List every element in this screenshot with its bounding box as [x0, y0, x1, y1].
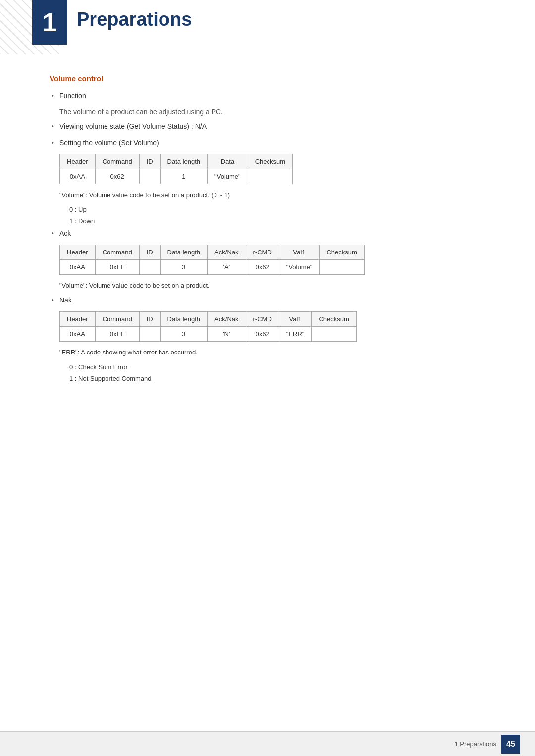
col-header-header: Header — [60, 154, 96, 169]
err-0: 0 : Check Sum Error — [69, 362, 485, 372]
cell-command: 0x62 — [95, 169, 139, 184]
ack-col-checksum: Checksum — [320, 245, 364, 259]
cell-data: "Volume" — [208, 169, 248, 184]
page-footer: 1 Preparations 45 — [0, 731, 535, 756]
footer-page-number: 45 — [501, 735, 520, 754]
ack-cell-command: 0xFF — [95, 259, 139, 274]
nak-col-id: ID — [139, 312, 160, 327]
bullet-function: Function — [50, 91, 485, 101]
ack-cell-header: 0xAA — [60, 259, 96, 274]
nak-cell-checksum — [312, 327, 356, 342]
setting-bullet-list: Setting the volume (Set Volume) — [50, 138, 485, 148]
bullet-function-label: Function — [59, 92, 86, 100]
nak-cell-val1: "ERR" — [279, 327, 312, 342]
nak-col-val1: Val1 — [279, 312, 312, 327]
ack-table-row: 0xAA 0xFF 3 'A' 0x62 "Volume" — [60, 259, 365, 274]
note3: "ERR": A code showing what error has occ… — [59, 348, 485, 357]
section-title: Volume control — [50, 74, 485, 83]
col-id-header: ID — [139, 154, 160, 169]
viewing-bullet-list: Viewing volume state (Get Volume Status)… — [50, 121, 485, 132]
ack-col-val1: Val1 — [279, 245, 320, 259]
nak-col-datalength: Data length — [160, 312, 208, 327]
nak-table-container: Header Command ID Data length Ack/Nak r-… — [59, 311, 485, 342]
err-1: 1 : Not Supported Command — [69, 374, 485, 384]
nak-col-header: Header — [60, 312, 96, 327]
bullet-setting: Setting the volume (Set Volume) — [50, 138, 485, 148]
page-header: 1 Preparations — [0, 0, 535, 54]
ack-cell-datalength: 3 — [160, 259, 208, 274]
ack-col-datalength: Data length — [160, 245, 208, 259]
indent-0up: 0 : Up — [69, 205, 485, 215]
function-bullet-list: Function — [50, 91, 485, 101]
indent-1down: 1 : Down — [69, 216, 485, 226]
nak-bullet-list: Nak — [50, 295, 485, 305]
cell-id — [139, 169, 160, 184]
ack-table-container: Header Command ID Data length Ack/Nak r-… — [59, 245, 485, 275]
col-command-header: Command — [95, 154, 139, 169]
col-checksum-header: Checksum — [248, 154, 292, 169]
table-row: 0xAA 0x62 1 "Volume" — [60, 169, 293, 184]
ack-cell-rcmd: 0x62 — [246, 259, 279, 274]
nak-cell-command: 0xFF — [95, 327, 139, 342]
nak-table-row: 0xAA 0xFF 3 'N' 0x62 "ERR" — [60, 327, 357, 342]
cell-checksum — [248, 169, 292, 184]
nak-col-command: Command — [95, 312, 139, 327]
nak-col-rcmd: r-CMD — [246, 312, 279, 327]
nak-col-checksum: Checksum — [312, 312, 356, 327]
bullet-nak: Nak — [50, 295, 485, 305]
nak-cell-rcmd: 0x62 — [246, 327, 279, 342]
set-volume-table-container: Header Command ID Data length Data Check… — [59, 154, 485, 184]
cell-header: 0xAA — [60, 169, 96, 184]
cell-datalength: 1 — [160, 169, 208, 184]
ack-col-rcmd: r-CMD — [246, 245, 279, 259]
bullet-viewing-label: Viewing volume state (Get Volume Status)… — [59, 122, 207, 130]
ack-table: Header Command ID Data length Ack/Nak r-… — [59, 245, 365, 275]
bullet-nak-label: Nak — [59, 296, 72, 304]
note2: "Volume": Volume value code to be set on… — [59, 281, 485, 291]
set-volume-table: Header Command ID Data length Data Check… — [59, 154, 293, 184]
nak-table: Header Command ID Data length Ack/Nak r-… — [59, 311, 357, 342]
ack-col-command: Command — [95, 245, 139, 259]
note1: "Volume": Volume value code to be set on… — [59, 190, 485, 200]
page-title: Preparations — [77, 9, 192, 30]
bullet-ack-label: Ack — [59, 229, 71, 237]
ack-cell-id — [139, 259, 160, 274]
nak-cell-acknak: 'N' — [208, 327, 246, 342]
ack-col-acknak: Ack/Nak — [208, 245, 246, 259]
chapter-number: 1 — [32, 0, 67, 45]
bullet-viewing: Viewing volume state (Get Volume Status)… — [50, 121, 485, 132]
ack-cell-acknak: 'A' — [208, 259, 246, 274]
footer-text: 1 Preparations — [454, 740, 496, 748]
function-sub-text: The volume of a product can be adjusted … — [59, 107, 485, 117]
ack-col-header: Header — [60, 245, 96, 259]
ack-cell-checksum — [320, 259, 364, 274]
nak-col-acknak: Ack/Nak — [208, 312, 246, 327]
nak-cell-datalength: 3 — [160, 327, 208, 342]
ack-bullet-list: Ack — [50, 228, 485, 239]
bullet-setting-label: Setting the volume (Set Volume) — [59, 139, 159, 147]
nak-cell-header: 0xAA — [60, 327, 96, 342]
nak-cell-id — [139, 327, 160, 342]
bullet-ack: Ack — [50, 228, 485, 239]
ack-col-id: ID — [139, 245, 160, 259]
ack-cell-val1: "Volume" — [279, 259, 320, 274]
col-data-header: Data — [208, 154, 248, 169]
col-datalength-header: Data length — [160, 154, 208, 169]
main-content: Volume control Function The volume of a … — [0, 74, 535, 425]
